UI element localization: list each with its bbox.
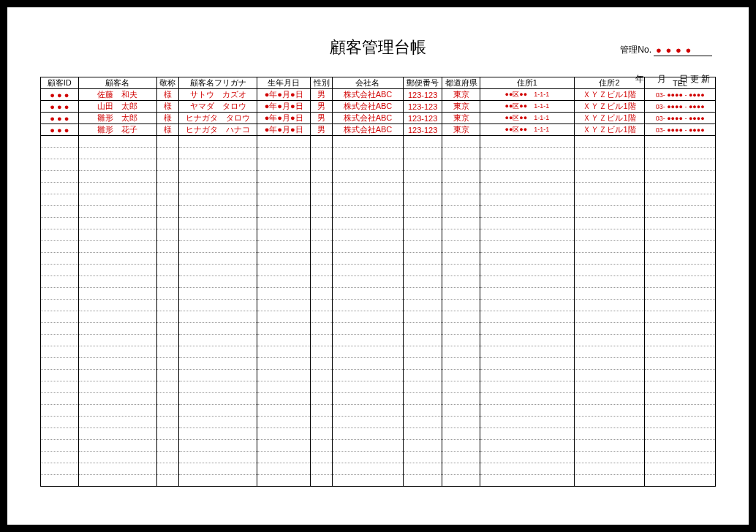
empty-cell	[442, 300, 480, 311]
cell-zip: 123-123	[403, 89, 442, 101]
empty-cell	[257, 148, 311, 159]
empty-cell	[333, 171, 404, 183]
empty-cell	[480, 288, 574, 300]
empty-cell	[311, 136, 333, 148]
empty-cell	[311, 194, 333, 206]
empty-cell	[574, 335, 645, 346]
empty-cell	[480, 183, 574, 194]
empty-cell	[403, 417, 442, 428]
empty-cell	[78, 311, 156, 323]
empty-cell	[574, 323, 645, 335]
empty-cell	[78, 206, 156, 218]
empty-cell	[41, 475, 79, 487]
empty-cell	[311, 370, 333, 381]
empty-cell	[78, 148, 156, 159]
empty-cell	[156, 229, 178, 241]
empty-cell	[333, 206, 404, 218]
empty-cell	[78, 381, 156, 393]
empty-cell	[442, 440, 480, 452]
empty-cell	[333, 300, 404, 311]
table-row: ● ● ●雛形 花子様ヒナガタ ハナコ●年●月●日男株式会社ABC123-123…	[41, 124, 716, 136]
empty-cell	[257, 370, 311, 381]
empty-cell	[403, 405, 442, 417]
empty-cell	[156, 136, 178, 148]
empty-cell	[178, 241, 257, 253]
empty-cell	[403, 475, 442, 487]
empty-cell	[574, 452, 645, 463]
empty-cell	[178, 323, 257, 335]
cell-name: 佐藤 和夫	[78, 89, 156, 101]
empty-cell	[333, 229, 404, 241]
empty-cell	[574, 393, 645, 405]
empty-cell	[574, 183, 645, 194]
empty-cell	[574, 417, 645, 428]
empty-cell	[41, 405, 79, 417]
empty-cell	[156, 148, 178, 159]
empty-cell	[403, 288, 442, 300]
empty-cell	[480, 358, 574, 370]
empty-cell	[645, 358, 716, 370]
cell-company: 株式会社ABC	[333, 89, 404, 101]
empty-cell	[257, 194, 311, 206]
empty-cell	[442, 171, 480, 183]
empty-cell	[480, 148, 574, 159]
empty-cell	[41, 358, 79, 370]
empty-cell	[480, 475, 574, 487]
empty-cell	[156, 440, 178, 452]
empty-cell	[403, 440, 442, 452]
empty-cell	[257, 265, 311, 276]
empty-cell	[156, 381, 178, 393]
empty-cell	[442, 323, 480, 335]
empty-cell	[645, 311, 716, 323]
empty-cell	[156, 346, 178, 358]
col-company: 会社名	[333, 77, 404, 89]
empty-cell	[645, 276, 716, 288]
empty-cell	[333, 417, 404, 428]
empty-cell	[333, 452, 404, 463]
table-row-empty	[41, 171, 716, 183]
table-row-empty	[41, 159, 716, 171]
empty-cell	[333, 265, 404, 276]
empty-cell	[442, 405, 480, 417]
empty-cell	[257, 346, 311, 358]
empty-cell	[403, 335, 442, 346]
empty-cell	[78, 428, 156, 440]
empty-cell	[78, 405, 156, 417]
empty-cell	[78, 475, 156, 487]
empty-cell	[156, 393, 178, 405]
empty-cell	[403, 183, 442, 194]
empty-cell	[574, 428, 645, 440]
empty-cell	[178, 159, 257, 171]
table-row-empty	[41, 405, 716, 417]
empty-cell	[156, 417, 178, 428]
empty-cell	[178, 206, 257, 218]
empty-cell	[480, 452, 574, 463]
empty-cell	[333, 183, 404, 194]
empty-cell	[41, 346, 79, 358]
empty-cell	[403, 206, 442, 218]
empty-cell	[480, 241, 574, 253]
table-row-empty	[41, 241, 716, 253]
empty-cell	[574, 463, 645, 475]
empty-cell	[311, 288, 333, 300]
empty-cell	[480, 346, 574, 358]
cell-addr1: ●●区●● 1-1-1	[480, 113, 574, 124]
empty-cell	[156, 475, 178, 487]
table-row: ● ● ●山田 太郎様ヤマダ タロウ●年●月●日男株式会社ABC123-123東…	[41, 101, 716, 113]
empty-cell	[41, 229, 79, 241]
empty-cell	[178, 253, 257, 265]
empty-cell	[257, 323, 311, 335]
empty-cell	[41, 148, 79, 159]
table-row-empty	[41, 393, 716, 405]
empty-cell	[645, 440, 716, 452]
empty-cell	[311, 440, 333, 452]
empty-cell	[178, 265, 257, 276]
empty-cell	[178, 183, 257, 194]
empty-cell	[156, 323, 178, 335]
empty-cell	[442, 381, 480, 393]
empty-cell	[311, 405, 333, 417]
empty-cell	[574, 370, 645, 381]
table-row-empty	[41, 229, 716, 241]
empty-cell	[178, 428, 257, 440]
empty-cell	[442, 265, 480, 276]
